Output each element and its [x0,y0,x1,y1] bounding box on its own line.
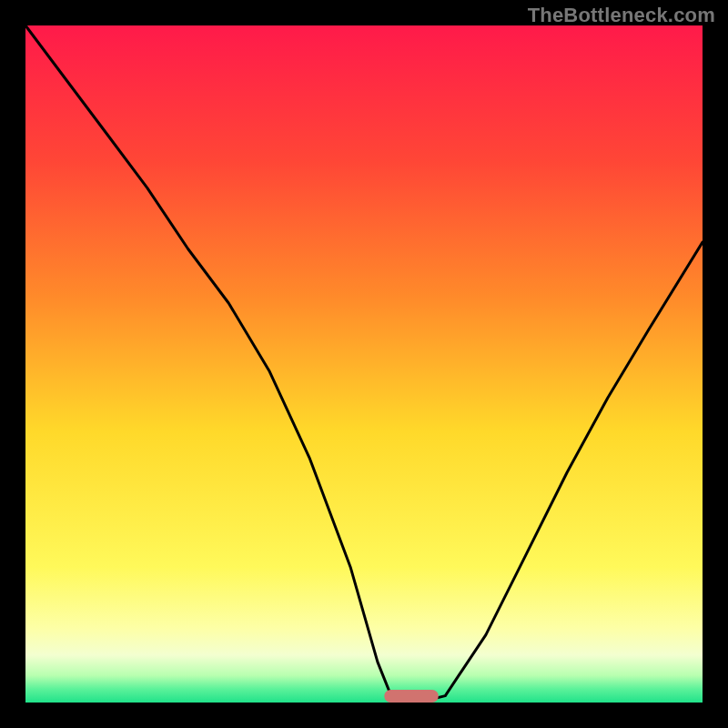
bottleneck-chart [0,0,728,728]
chart-background [25,25,703,703]
chart-frame: TheBottleneck.com [0,0,728,728]
watermark-text: TheBottleneck.com [528,4,715,27]
optimum-marker [384,690,439,703]
